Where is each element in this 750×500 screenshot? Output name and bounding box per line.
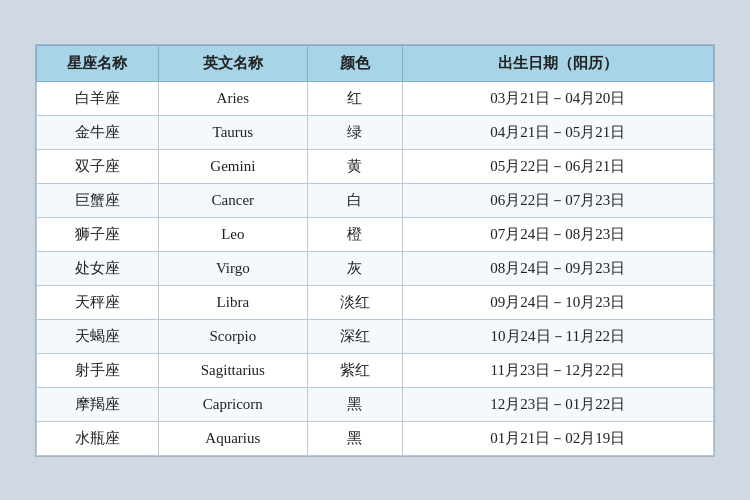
cell-color: 深红 (307, 319, 402, 353)
cell-en: Cancer (158, 183, 307, 217)
cell-zh: 射手座 (37, 353, 159, 387)
table-row: 双子座Gemini黄05月22日－06月21日 (37, 149, 714, 183)
table-row: 摩羯座Capricorn黑12月23日－01月22日 (37, 387, 714, 421)
header-date: 出生日期（阳历） (402, 45, 713, 81)
cell-zh: 处女座 (37, 251, 159, 285)
cell-date: 04月21日－05月21日 (402, 115, 713, 149)
table-row: 天秤座Libra淡红09月24日－10月23日 (37, 285, 714, 319)
cell-zh: 天蝎座 (37, 319, 159, 353)
table-row: 巨蟹座Cancer白06月22日－07月23日 (37, 183, 714, 217)
cell-en: Capricorn (158, 387, 307, 421)
header-color: 颜色 (307, 45, 402, 81)
cell-date: 11月23日－12月22日 (402, 353, 713, 387)
header-zh: 星座名称 (37, 45, 159, 81)
cell-en: Taurus (158, 115, 307, 149)
cell-zh: 狮子座 (37, 217, 159, 251)
cell-color: 紫红 (307, 353, 402, 387)
zodiac-table: 星座名称 英文名称 颜色 出生日期（阳历） 白羊座Aries红03月21日－04… (36, 45, 714, 456)
table-header-row: 星座名称 英文名称 颜色 出生日期（阳历） (37, 45, 714, 81)
table-row: 狮子座Leo橙07月24日－08月23日 (37, 217, 714, 251)
cell-date: 06月22日－07月23日 (402, 183, 713, 217)
table-row: 处女座Virgo灰08月24日－09月23日 (37, 251, 714, 285)
cell-date: 08月24日－09月23日 (402, 251, 713, 285)
cell-en: Gemini (158, 149, 307, 183)
cell-date: 09月24日－10月23日 (402, 285, 713, 319)
cell-en: Scorpio (158, 319, 307, 353)
cell-zh: 水瓶座 (37, 421, 159, 455)
cell-en: Leo (158, 217, 307, 251)
table-row: 射手座Sagittarius紫红11月23日－12月22日 (37, 353, 714, 387)
cell-color: 红 (307, 81, 402, 115)
table-row: 水瓶座Aquarius黑01月21日－02月19日 (37, 421, 714, 455)
cell-color: 白 (307, 183, 402, 217)
cell-zh: 白羊座 (37, 81, 159, 115)
table-row: 白羊座Aries红03月21日－04月20日 (37, 81, 714, 115)
cell-en: Libra (158, 285, 307, 319)
cell-zh: 金牛座 (37, 115, 159, 149)
cell-color: 橙 (307, 217, 402, 251)
header-en: 英文名称 (158, 45, 307, 81)
cell-color: 淡红 (307, 285, 402, 319)
cell-date: 12月23日－01月22日 (402, 387, 713, 421)
cell-date: 01月21日－02月19日 (402, 421, 713, 455)
zodiac-table-container: 星座名称 英文名称 颜色 出生日期（阳历） 白羊座Aries红03月21日－04… (35, 44, 715, 457)
table-row: 天蝎座Scorpio深红10月24日－11月22日 (37, 319, 714, 353)
cell-date: 10月24日－11月22日 (402, 319, 713, 353)
cell-zh: 天秤座 (37, 285, 159, 319)
cell-date: 05月22日－06月21日 (402, 149, 713, 183)
table-row: 金牛座Taurus绿04月21日－05月21日 (37, 115, 714, 149)
cell-en: Aquarius (158, 421, 307, 455)
cell-zh: 巨蟹座 (37, 183, 159, 217)
cell-color: 绿 (307, 115, 402, 149)
cell-zh: 摩羯座 (37, 387, 159, 421)
cell-en: Aries (158, 81, 307, 115)
cell-date: 07月24日－08月23日 (402, 217, 713, 251)
cell-zh: 双子座 (37, 149, 159, 183)
cell-color: 黑 (307, 387, 402, 421)
cell-en: Virgo (158, 251, 307, 285)
cell-date: 03月21日－04月20日 (402, 81, 713, 115)
cell-color: 灰 (307, 251, 402, 285)
cell-color: 黄 (307, 149, 402, 183)
cell-en: Sagittarius (158, 353, 307, 387)
cell-color: 黑 (307, 421, 402, 455)
